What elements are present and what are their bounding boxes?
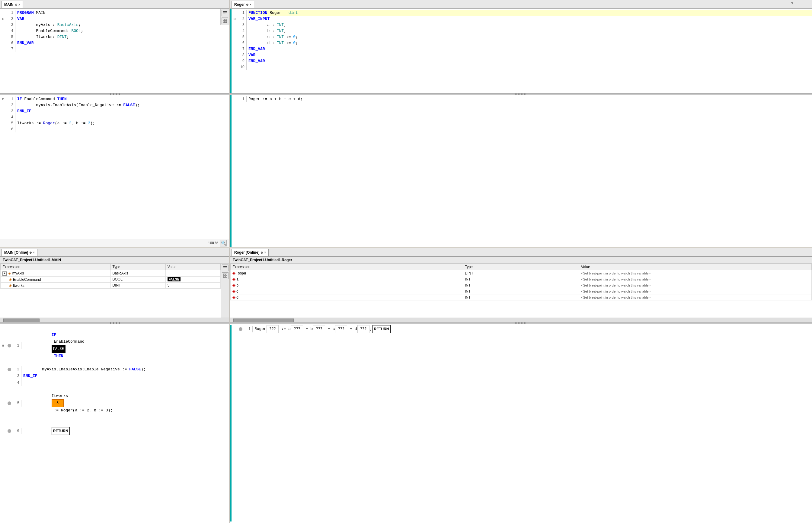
fold-btn[interactable]: ⊟ xyxy=(0,342,6,349)
watch-icon-1[interactable] xyxy=(222,265,228,271)
splitter-handle xyxy=(515,322,527,324)
fold-btn[interactable]: ⊟ xyxy=(0,16,6,22)
roger-var-section: 1 FUNCTION Roger : dint ⊟ 2 VAR_INPUT xyxy=(230,9,812,93)
roger-var-code[interactable]: 1 FUNCTION Roger : dint ⊟ 2 VAR_INPUT xyxy=(231,9,812,93)
code-line: 4 EnableCommand: BOOL; xyxy=(0,28,229,34)
h-scrollbar-main-online[interactable] xyxy=(0,318,229,322)
bp-dot xyxy=(7,368,11,371)
tab-roger-online-pin[interactable]: ⊕ xyxy=(260,251,263,254)
table-row: ◈ c INT <Set breakpoint in order to watc… xyxy=(231,288,812,294)
roger-editor-panel: Roger ⊕ × ▼ 1 FUNCTION Roger : dint xyxy=(230,0,812,247)
editor-icon-2[interactable] xyxy=(222,18,228,24)
online-val-roger-result: ??? xyxy=(266,325,279,333)
splitter-handle xyxy=(109,93,121,95)
svg-rect-8 xyxy=(223,266,227,267)
zoom-bar: 100 % 🔍 xyxy=(0,239,229,247)
code-line: 2 myAxis.EnableAxis(Enable_Negative := F… xyxy=(0,102,229,108)
var-icon: ◈ xyxy=(232,295,236,300)
tab-main-online-label: MAIN [Online] xyxy=(4,250,28,255)
svg-rect-1 xyxy=(223,12,227,13)
value-b: <Set breakpoint in order to watch this v… xyxy=(579,282,812,288)
scrollbar-thumb-roger[interactable] xyxy=(234,319,294,322)
main-var-section: 1 PROGRAM MAIN ⊟ 2 VAR 3 xyxy=(0,9,229,93)
main-online-code[interactable]: ⊟ 1 IF EnableCommand FALSE THEN 2 xyxy=(0,324,229,523)
return-label-roger: RETURN xyxy=(373,325,391,333)
expr-myaxis: myAxis xyxy=(12,271,24,275)
code-line: 3 myAxis : BasicAxis; xyxy=(0,22,229,28)
svg-rect-9 xyxy=(223,267,227,268)
tab-main-online-close[interactable]: × xyxy=(33,251,35,254)
var-icon-fn: ◈ xyxy=(232,271,236,275)
code-line: ⊟ 1 IF EnableCommand THEN xyxy=(0,96,229,102)
tab-main-online[interactable]: MAIN [Online] ⊕ × xyxy=(1,249,37,256)
value-d: <Set breakpoint in order to watch this v… xyxy=(579,294,812,301)
online-val-itworks: 5 xyxy=(52,399,64,407)
code-line: 6 d : INT := 0; xyxy=(231,40,812,46)
type-itworks: DINT xyxy=(110,282,166,288)
var-icon: ◈ xyxy=(232,277,236,282)
online-val-c: ??? xyxy=(335,325,347,333)
main-editor-panel: MAIN ⊕ × ▼ 1 PROGRAM MAIN xyxy=(0,0,229,247)
value-false-badge: FALSE xyxy=(168,277,180,282)
svg-rect-5 xyxy=(225,19,227,20)
value-roger-var: <Set breakpoint in order to watch this v… xyxy=(579,270,812,276)
code-line: 6 END_VAR xyxy=(0,40,229,46)
roger-watch-table: Expression Type Value ◈ Roger DINT xyxy=(230,264,812,301)
bp-dot xyxy=(7,344,11,347)
roger-editor-tabbar: Roger ⊕ × ▼ xyxy=(230,0,812,9)
editor-icon-1[interactable] xyxy=(222,10,228,16)
fold-btn[interactable]: ⊟ xyxy=(0,96,6,102)
main-watch-table: Expression Type Value + ◈ xyxy=(0,264,221,289)
value-itworks: 5 xyxy=(166,282,220,288)
main-online-breadcrumb: TwinCAT_Project1.Untitled1.MAIN xyxy=(3,258,61,262)
value-myaxis xyxy=(166,270,220,276)
fold-btn[interactable]: ⊟ xyxy=(231,16,238,22)
tab-roger-close[interactable]: × xyxy=(249,3,252,6)
tab-main-close[interactable]: × xyxy=(18,3,20,6)
online-val-b: ??? xyxy=(313,325,325,333)
tab-roger-label: Roger xyxy=(234,2,245,7)
type-b: INT xyxy=(463,282,579,288)
svg-rect-0 xyxy=(223,11,227,12)
type-d: INT xyxy=(463,294,579,301)
expand-btn-myaxis[interactable]: + xyxy=(2,271,7,276)
tab-main-online-pin[interactable]: ⊕ xyxy=(29,251,32,254)
tab-roger-online[interactable]: Roger [Online] ⊕ × xyxy=(231,249,269,256)
table-row: ◈ b INT <Set breakpoint in order to watc… xyxy=(231,282,812,288)
expr-roger: Roger xyxy=(236,271,246,275)
main-watch-table-container[interactable]: Expression Type Value + ◈ xyxy=(0,264,221,318)
code-line: 1 Roger := a + b + c + d; xyxy=(231,96,812,102)
bottom-online-row: MAIN [Online] ⊕ × ▼ TwinCAT_Project1.Unt… xyxy=(0,248,812,523)
main-code-section: ⊟ 1 IF EnableCommand THEN 2 myAxis.Enabl… xyxy=(0,95,229,247)
var-icon: ◈ xyxy=(9,277,12,282)
main-var-code[interactable]: 1 PROGRAM MAIN ⊟ 2 VAR 3 xyxy=(0,9,229,93)
roger-online-code[interactable]: 1 Roger ??? := a ??? + b ??? + c ??? + d… xyxy=(230,324,812,523)
code-line: 4 b : INT; xyxy=(231,28,812,34)
roger-body-code[interactable]: 1 Roger := a + b + c + d; xyxy=(231,95,812,247)
scrollbar-thumb[interactable] xyxy=(3,319,39,322)
return-label: RETURN xyxy=(52,427,70,435)
code-line: ⊟ 2 VAR_INPUT xyxy=(231,16,812,22)
value-a: <Set breakpoint in order to watch this v… xyxy=(579,276,812,282)
h-scrollbar-roger-online[interactable] xyxy=(230,318,812,322)
tab-main[interactable]: MAIN ⊕ × xyxy=(1,1,23,8)
code-line: 7 END_VAR xyxy=(231,46,812,52)
tab-main-pin[interactable]: ⊕ xyxy=(15,3,17,6)
main-body-code[interactable]: ⊟ 1 IF EnableCommand THEN 2 myAxis.Enabl… xyxy=(0,95,229,239)
zoom-icon[interactable]: 🔍 xyxy=(220,240,227,247)
bp-dot xyxy=(7,401,11,405)
online-code-line: 1 Roger ??? := a ??? + b ??? + c ??? + d… xyxy=(231,325,812,333)
svg-rect-7 xyxy=(225,21,227,23)
main-container: MAIN ⊕ × ▼ 1 PROGRAM MAIN xyxy=(0,0,812,523)
roger-code-section: 1 Roger := a + b + c + d; xyxy=(230,95,812,247)
tab-roger[interactable]: Roger ⊕ × xyxy=(231,1,254,8)
roger-watch-area[interactable]: Expression Type Value ◈ Roger DINT xyxy=(230,264,812,318)
watch-toolbar xyxy=(221,264,229,318)
tab-roger-pin[interactable]: ⊕ xyxy=(246,3,248,6)
tab-roger-online-close[interactable]: × xyxy=(264,251,266,254)
type-enablecmd: BOOL xyxy=(110,276,166,282)
bp-col xyxy=(238,326,244,332)
online-code-line: 4 xyxy=(0,379,229,386)
table-row: ◈ EnableCommand BOOL FALSE xyxy=(1,276,221,282)
watch-icon-2[interactable] xyxy=(222,272,228,279)
